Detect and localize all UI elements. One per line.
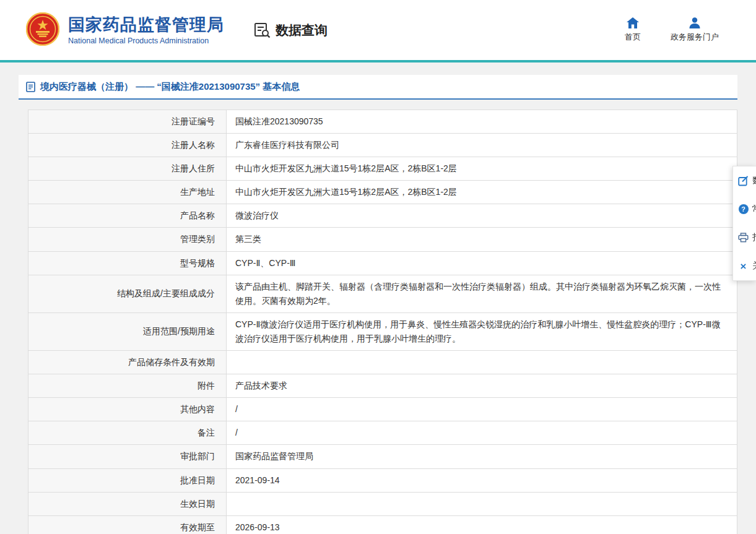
table-row: 注册人住所中山市火炬开发区九洲大道15号1栋2层A区，2栋B区1-2层	[28, 157, 737, 181]
registration-info-table: 注册证编号国械注准20213090735注册人名称广东睿佳医疗科技有限公司注册人…	[28, 110, 737, 534]
row-value	[227, 492, 737, 515]
row-value: CYP-Ⅱ微波治疗仪适用于医疗机构使用，用于鼻炎、慢性生殖器尖锐湿疣的治疗和乳腺…	[227, 312, 737, 350]
row-label: 型号规格	[28, 251, 227, 275]
row-value: CYP-Ⅱ、CYP-Ⅲ	[227, 251, 737, 275]
row-label: 审批部门	[28, 445, 227, 468]
row-value: 中山市火炬开发区九洲大道15号1栋2层A区，2栋B区1-2层	[227, 157, 737, 181]
nav-portal[interactable]: 政务服务门户	[671, 17, 719, 43]
toolbar-faq[interactable]: ? 常	[733, 195, 756, 223]
close-icon: ×	[738, 261, 749, 272]
table-row: 型号规格CYP-Ⅱ、CYP-Ⅲ	[28, 251, 737, 275]
row-value: 中山市火炬开发区九洲大道15号1栋2层A区，2栋B区1-2层	[227, 181, 737, 204]
row-value: 2026-09-13	[227, 515, 737, 534]
data-query-icon	[254, 22, 271, 38]
site-header: 国家药品监督管理局 National Medical Products Admi…	[0, 0, 756, 60]
home-icon	[627, 17, 639, 28]
row-value: /	[227, 421, 737, 445]
table-row: 其他内容/	[28, 398, 737, 421]
row-value: /	[227, 398, 737, 421]
nav-portal-label: 政务服务门户	[671, 32, 719, 43]
toolbar-label: 常	[752, 204, 756, 215]
row-label: 注册证编号	[28, 110, 227, 134]
row-label: 结构及组成/主要组成成分	[28, 275, 227, 312]
nav-home[interactable]: 首页	[625, 17, 641, 43]
info-table-body: 注册证编号国械注准20213090735注册人名称广东睿佳医疗科技有限公司注册人…	[28, 110, 737, 534]
row-value: 微波治疗仪	[227, 204, 737, 228]
table-row: 审批部门国家药品监督管理局	[28, 445, 737, 468]
table-row: 管理类别第三类	[28, 228, 737, 251]
row-label: 批准日期	[28, 468, 227, 492]
toolbar-close[interactable]: × 关	[733, 252, 756, 280]
table-row: 注册证编号国械注准20213090735	[28, 110, 737, 134]
table-row: 结构及组成/主要组成成分该产品由主机、脚踏开关、辐射器（含理疗类辐射器和一次性治…	[28, 275, 737, 312]
row-label: 有效期至	[28, 515, 227, 534]
table-row: 生产地址中山市火炬开发区九洲大道15号1栋2层A区，2栋B区1-2层	[28, 181, 737, 204]
toolbar-print[interactable]: 打	[733, 223, 756, 252]
edit-icon	[738, 176, 749, 186]
row-label: 附件	[28, 374, 227, 398]
table-row: 生效日期	[28, 492, 737, 515]
toolbar-label: 打	[752, 232, 756, 243]
printer-icon	[738, 233, 749, 243]
row-value: 国家药品监督管理局	[227, 445, 737, 468]
row-value: 产品技术要求	[227, 374, 737, 398]
toolbar-label: 数	[752, 175, 756, 186]
breadcrumb-text: 境内医疗器械（注册） —— “国械注准20213090735” 基本信息	[40, 81, 300, 93]
side-toolbar: 数 ? 常 打 × 关	[732, 166, 756, 281]
question-icon: ?	[738, 204, 749, 215]
table-row: 备注/	[28, 421, 737, 445]
row-label: 产品名称	[28, 204, 227, 228]
org-name-cn: 国家药品监督管理局	[68, 15, 224, 35]
header-nav: 首页 政务服务门户	[625, 17, 730, 43]
breadcrumb: 境内医疗器械（注册） —— “国械注准20213090735” 基本信息	[19, 75, 737, 100]
org-name-en: National Medical Products Administration	[68, 37, 224, 45]
table-row: 产品储存条件及有效期	[28, 351, 737, 374]
registration-table-wrap: 注册证编号国械注准20213090735注册人名称广东睿佳医疗科技有限公司注册人…	[28, 110, 737, 534]
toolbar-data-feedback[interactable]: 数	[733, 166, 756, 195]
data-query-label: 数据查询	[276, 22, 328, 39]
table-row: 有效期至2026-09-13	[28, 515, 737, 534]
table-row: 附件产品技术要求	[28, 374, 737, 398]
toolbar-label: 关	[752, 261, 756, 272]
national-emblem-logo	[26, 12, 59, 48]
main-content: 境内医疗器械（注册） —— “国械注准20213090735” 基本信息 注册证…	[0, 62, 756, 534]
table-row: 适用范围/预期用途CYP-Ⅱ微波治疗仪适用于医疗机构使用，用于鼻炎、慢性生殖器尖…	[28, 312, 737, 350]
row-value: 国械注准20213090735	[227, 110, 737, 134]
row-label: 备注	[28, 421, 227, 445]
org-title-block: 国家药品监督管理局 National Medical Products Admi…	[68, 15, 224, 45]
row-label: 管理类别	[28, 228, 227, 251]
row-value	[227, 351, 737, 374]
nav-home-label: 首页	[625, 32, 641, 43]
user-icon	[689, 17, 701, 28]
row-label: 注册人住所	[28, 157, 227, 181]
row-label: 生效日期	[28, 492, 227, 515]
row-value: 2021-09-14	[227, 468, 737, 492]
row-label: 注册人名称	[28, 134, 227, 157]
table-row: 产品名称微波治疗仪	[28, 204, 737, 228]
row-value: 第三类	[227, 228, 737, 251]
row-value: 广东睿佳医疗科技有限公司	[227, 134, 737, 157]
row-label: 其他内容	[28, 398, 227, 421]
row-label: 生产地址	[28, 181, 227, 204]
table-row: 注册人名称广东睿佳医疗科技有限公司	[28, 134, 737, 157]
row-label: 适用范围/预期用途	[28, 312, 227, 350]
row-label: 产品储存条件及有效期	[28, 351, 227, 374]
row-value: 该产品由主机、脚踏开关、辐射器（含理疗类辐射器和一次性治疗类辐射器）组成。其中治…	[227, 275, 737, 312]
document-icon	[26, 82, 35, 92]
table-row: 批准日期2021-09-14	[28, 468, 737, 492]
data-query-title: 数据查询	[254, 22, 328, 39]
